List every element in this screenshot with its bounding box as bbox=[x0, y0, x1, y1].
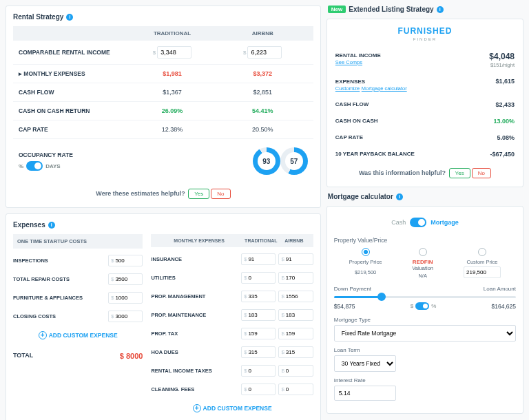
occ-toggle[interactable] bbox=[26, 161, 43, 171]
income-air-input[interactable] bbox=[247, 46, 282, 59]
maint-a[interactable] bbox=[286, 310, 311, 320]
donut-trad: 93 bbox=[253, 147, 280, 175]
mortgage-type-select[interactable]: Fixed Rate Mortgage bbox=[334, 325, 516, 342]
info-icon[interactable]: i bbox=[66, 14, 73, 21]
ins-a[interactable] bbox=[286, 254, 311, 264]
mc-title: Mortgage calculatori bbox=[328, 193, 523, 200]
util-a[interactable] bbox=[286, 273, 311, 283]
row-mexp-label[interactable]: ▸ MONTHLY EXPENSES bbox=[19, 70, 127, 77]
add-startup-expense[interactable]: +ADD CUSTOM EXPENSE bbox=[13, 326, 143, 345]
radio-redfin[interactable]: REDFINValuationN/A bbox=[412, 248, 433, 279]
rental-strategy-card: Rental Strategyi TRADITIONALAIRBNB COMPA… bbox=[6, 6, 321, 208]
pm-a[interactable] bbox=[286, 291, 311, 302]
loan-term-select[interactable]: 30 Years Fixed bbox=[334, 355, 396, 372]
pm-t[interactable] bbox=[248, 291, 273, 302]
rental-header: TRADITIONALAIRBNB bbox=[13, 26, 313, 41]
extended-card: FURNISHED FINDER RENTAL INCOMESee Comps$… bbox=[326, 19, 523, 187]
ext-feedback: Was this information helpful? YesNo bbox=[334, 162, 516, 180]
custom-price-input[interactable] bbox=[464, 266, 501, 278]
info-icon[interactable]: i bbox=[437, 6, 444, 13]
down-payment-slider[interactable] bbox=[334, 296, 516, 298]
extended-title: NewExtended Listing Strategyi bbox=[328, 6, 523, 13]
repair-input[interactable] bbox=[115, 274, 140, 284]
furniture-input[interactable] bbox=[115, 293, 140, 303]
see-comps-link[interactable]: See Comps bbox=[335, 59, 362, 65]
closing-input[interactable] bbox=[115, 311, 140, 322]
price-radios: Property Price$219,500 REDFINValuationN/… bbox=[334, 248, 516, 279]
util-t[interactable] bbox=[248, 273, 273, 283]
ext-yes[interactable]: Yes bbox=[449, 168, 470, 178]
row-income: COMPARABLE RENTAL INCOME $ $ bbox=[13, 41, 313, 65]
info-icon[interactable]: i bbox=[396, 193, 403, 200]
hoa-a[interactable] bbox=[286, 347, 311, 357]
radio-custom[interactable]: Custom Price bbox=[464, 248, 501, 278]
ins-t[interactable] bbox=[248, 254, 273, 264]
rental-title: Rental Strategyi bbox=[13, 13, 313, 21]
clean-a[interactable] bbox=[286, 384, 311, 395]
inspections-input[interactable] bbox=[115, 255, 140, 266]
customize-link[interactable]: Customize bbox=[335, 85, 360, 92]
add-monthly-expense[interactable]: +ADD CUSTOM EXPENSE bbox=[151, 399, 313, 418]
rental-no[interactable]: No bbox=[211, 189, 230, 199]
cash-mortgage-toggle[interactable]: CashMortgage bbox=[334, 213, 516, 231]
donut-air: 57 bbox=[280, 147, 308, 175]
clean-t[interactable] bbox=[248, 384, 273, 395]
occupancy-row: OCCUPANCY RATE%Days 93 57 bbox=[13, 139, 313, 183]
hoa-t[interactable] bbox=[248, 347, 273, 357]
rental-feedback: Were these estimates helpful? YesNo bbox=[13, 183, 313, 200]
mc-link[interactable]: Mortgage calculator bbox=[362, 85, 407, 92]
maint-t[interactable] bbox=[248, 310, 273, 320]
expenses-card: Expensesi ONE TIME STARTUP COSTS INSPECT… bbox=[6, 213, 321, 420]
mortgage-card: CashMortgage Property Value/Price Proper… bbox=[326, 206, 523, 414]
furnished-finder-logo: FURNISHED bbox=[334, 26, 516, 36]
interest-rate-input[interactable] bbox=[334, 386, 396, 401]
expenses-title: Expensesi bbox=[13, 221, 313, 229]
ext-no[interactable]: No bbox=[472, 168, 491, 178]
tax-t[interactable] bbox=[248, 328, 273, 339]
dp-unit-toggle[interactable] bbox=[415, 302, 429, 310]
rit-a[interactable] bbox=[286, 366, 311, 376]
radio-property-price[interactable]: Property Price$219,500 bbox=[349, 248, 382, 275]
rit-t[interactable] bbox=[248, 366, 273, 376]
income-trad-input[interactable] bbox=[157, 46, 191, 59]
rental-yes[interactable]: Yes bbox=[188, 189, 209, 199]
tax-a[interactable] bbox=[286, 328, 311, 339]
info-icon[interactable]: i bbox=[48, 222, 55, 229]
